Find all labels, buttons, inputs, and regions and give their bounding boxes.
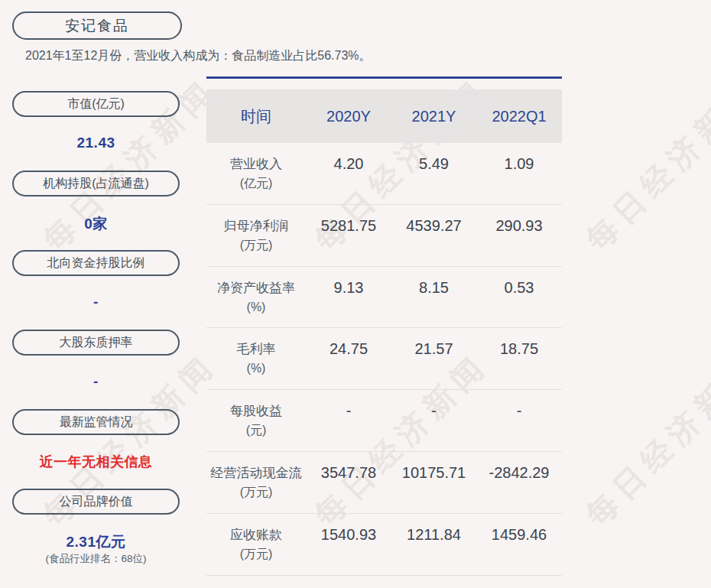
row-value-2022q1: -	[476, 401, 562, 451]
row-metric-unit: (亿元)	[206, 174, 306, 193]
row-value-2021: 5.49	[391, 154, 476, 204]
row-label-cell: 毛利率 (%)	[206, 339, 306, 389]
sidebar-metric-pill: 北向资金持股比例	[12, 250, 180, 276]
table-column-header: 2021Y	[391, 108, 476, 125]
sidebar-item: 大股东质押率 -	[12, 330, 180, 356]
row-label-cell: 每股收益 (元)	[206, 401, 306, 451]
table-body: 营业收入 (亿元) 4.20 5.49 1.09 归母净利润 (万元) 5281…	[206, 143, 562, 576]
table-row: 每股收益 (元) - - -	[206, 390, 562, 452]
row-metric-name: 净资产收益率	[206, 278, 306, 297]
row-metric-name: 经营活动现金流	[206, 463, 306, 482]
row-label-cell: 经营活动现金流 (万元)	[206, 463, 306, 513]
sidebar-metric-value: 2.31亿元	[12, 532, 180, 552]
row-value-2022q1: 1459.46	[476, 525, 562, 575]
row-label-cell: 净资产收益率 (%)	[206, 278, 306, 328]
row-metric-name: 归母净利润	[206, 216, 306, 236]
sidebar-metric-value: 21.43	[12, 135, 180, 151]
table-header-row: 时间2020Y2021Y2022Q1	[206, 89, 562, 143]
table-row: 营业收入 (亿元) 4.20 5.49 1.09	[206, 143, 562, 205]
row-metric-unit: (万元)	[206, 544, 306, 564]
sidebar-item: 最新监管情况 近一年无相关信息	[12, 409, 180, 435]
sidebar-metric-pill: 市值(亿元)	[12, 91, 180, 117]
row-value-2021: 8.15	[391, 278, 476, 328]
sidebar-item: 机构持股(占流通盘) 0家	[12, 171, 180, 197]
sidebar-item: 北向资金持股比例 -	[12, 250, 180, 276]
sidebar-metric-value: -	[12, 294, 180, 310]
table-column-header: 2022Q1	[476, 108, 562, 125]
financial-table: 时间2020Y2021Y2022Q1 营业收入 (亿元) 4.20 5.49 1…	[206, 89, 562, 576]
row-metric-unit: (%)	[206, 297, 306, 317]
row-value-2022q1: 1.09	[476, 154, 562, 204]
sidebar-metric-label: 机构持股(占流通盘)	[43, 176, 149, 192]
sidebar-metric-label: 公司品牌价值	[60, 494, 133, 510]
row-metric-unit: (元)	[206, 421, 306, 440]
table-row: 经营活动现金流 (万元) 3547.78 10175.71 -2842.29	[206, 452, 562, 514]
row-label-cell: 营业收入 (亿元)	[206, 154, 306, 204]
row-value-2022q1: -2842.29	[476, 463, 562, 513]
row-metric-name: 每股收益	[206, 401, 306, 421]
row-value-2021: 10175.71	[391, 463, 476, 513]
row-value-2022q1: 18.75	[476, 339, 562, 389]
row-metric-name: 营业收入	[206, 154, 306, 174]
row-metric-name: 应收账款	[206, 525, 306, 544]
stock-info-card: 每日经济新闻每日经济新闻每日经济新闻每日经济新闻每日经济新闻每日经济新闻每日经济…	[0, 0, 711, 588]
row-value-2020: 4.20	[306, 154, 391, 204]
sidebar-item: 市值(亿元) 21.43	[12, 91, 180, 117]
row-metric-unit: (万元)	[206, 482, 306, 502]
row-value-2020: 3547.78	[306, 463, 391, 513]
sidebar-metric-note: (食品行业排名：68位)	[12, 552, 180, 566]
sidebar-metric-pill: 公司品牌价值	[12, 489, 180, 515]
row-value-2021: 4539.27	[391, 216, 476, 266]
row-label-cell: 归母净利润 (万元)	[206, 216, 306, 266]
sidebar-metric-label: 大股东质押率	[60, 335, 133, 351]
card-content: 安记食品 2021年1至12月份，营业收入构成为：食品制造业占比56.73%。 …	[0, 0, 711, 588]
row-value-2021: 1211.84	[391, 525, 476, 575]
row-metric-unit: (万元)	[206, 236, 306, 255]
sidebar-metric-label: 北向资金持股比例	[47, 255, 145, 271]
table-column-header: 2020Y	[306, 108, 391, 125]
table-column-header: 时间	[206, 106, 306, 127]
sidebar-metric-value: 近一年无相关信息	[12, 453, 180, 471]
company-name-pill: 安记食品	[12, 11, 182, 40]
table-row: 毛利率 (%) 24.75 21.57 18.75	[206, 328, 562, 390]
sidebar-metric-value: 0家	[12, 214, 180, 234]
sidebar-item: 公司品牌价值 2.31亿元 (食品行业排名：68位)	[12, 489, 180, 515]
row-metric-unit: (%)	[206, 359, 306, 378]
row-metric-name: 毛利率	[206, 339, 306, 359]
sidebar-metric-label: 市值(亿元)	[67, 96, 125, 112]
table-top-rule	[206, 76, 562, 79]
table-row: 归母净利润 (万元) 5281.75 4539.27 290.93	[206, 205, 562, 267]
sidebar-metric-pill: 最新监管情况	[12, 409, 180, 435]
sidebar-metric-pill: 机构持股(占流通盘)	[12, 171, 180, 197]
row-value-2022q1: 0.53	[476, 278, 562, 328]
table-row: 净资产收益率 (%) 9.13 8.15 0.53	[206, 267, 562, 329]
row-value-2022q1: 290.93	[476, 216, 562, 266]
row-value-2021: -	[391, 401, 476, 451]
row-value-2020: 24.75	[306, 339, 391, 389]
company-name: 安记食品	[65, 16, 129, 36]
sidebar-metric-label: 最新监管情况	[60, 414, 133, 430]
row-value-2020: 5281.75	[306, 216, 391, 266]
revenue-composition-text: 2021年1至12月份，营业收入构成为：食品制造业占比56.73%。	[25, 48, 372, 64]
row-value-2021: 21.57	[391, 339, 476, 389]
sidebar-metric-pill: 大股东质押率	[12, 330, 180, 356]
row-value-2020: -	[306, 401, 391, 451]
row-label-cell: 应收账款 (万元)	[206, 525, 306, 575]
sidebar-metric-value: -	[12, 373, 180, 390]
row-value-2020: 1540.93	[306, 525, 391, 575]
table-row: 应收账款 (万元) 1540.93 1211.84 1459.46	[206, 514, 562, 576]
row-value-2020: 9.13	[306, 278, 391, 328]
